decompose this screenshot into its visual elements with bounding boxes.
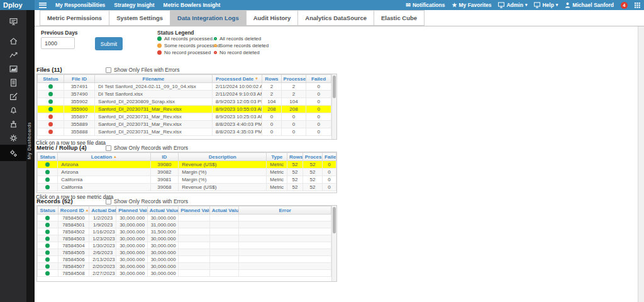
column-header-rows[interactable]: Rows <box>287 153 303 161</box>
tab-audit-history[interactable]: Audit History <box>246 10 298 26</box>
sidebar-item-area-chart[interactable] <box>0 62 26 76</box>
status-legend-col-2: All records deleted Some records deleted… <box>214 36 269 55</box>
table-row[interactable]: 355888Sanford_DI_20230731_Mar_Rev.xlsx8/… <box>38 128 331 136</box>
column-header-failed[interactable]: Failed <box>323 153 336 161</box>
column-header-error[interactable]: Error <box>239 206 331 215</box>
column-header-actual-value-2[interactable]: Actual Value 2 <box>209 206 239 215</box>
column-header-processed[interactable]: Processed <box>281 75 306 83</box>
column-header-planned-value-1[interactable]: Planned Value 1 <box>116 206 148 215</box>
status-green-filled-icon <box>157 36 162 41</box>
column-header-actual-value-1[interactable]: Actual Value 1 <box>147 206 179 215</box>
table-row[interactable]: 785845082/27/202330,000.00030,000.000 <box>38 270 331 277</box>
table-row[interactable]: 785845062/13/202330,000.00030,000.000 <box>38 256 331 263</box>
status-green-icon <box>45 257 50 262</box>
table-row[interactable]: 785845031/23/202330,000.00030,000.000 <box>38 235 331 242</box>
records-table: StatusRecord ID▲Actual DatePlanned Value… <box>36 205 337 282</box>
notifications-link[interactable]: ✉ Notifications <box>406 2 445 8</box>
column-header-filename[interactable]: Filename <box>95 75 213 83</box>
rail-label[interactable]: My Dashboards <box>26 122 35 159</box>
column-header-status[interactable]: Status <box>38 153 58 161</box>
previous-days-input[interactable] <box>41 37 75 49</box>
files-table: StatusFile IDFilenameProcessed Date▼Rows… <box>36 74 337 140</box>
show-only-files-with-errors-checkbox[interactable] <box>106 67 111 73</box>
column-header-description[interactable]: Description <box>179 153 267 161</box>
nav-my-responsibilities[interactable]: My Responsibilities <box>55 2 105 8</box>
sidebar-item-briefing[interactable] <box>0 117 26 131</box>
show-only-records-with-errors-checkbox[interactable] <box>106 145 111 151</box>
table-row[interactable]: 785845072/20/202330,000.00030,000.000 <box>38 263 331 270</box>
table-row[interactable]: 785845052/6/202330,000.00030,000.000 <box>38 249 331 256</box>
hamburger-menu-icon[interactable] <box>39 3 47 8</box>
scrollbar-thumb[interactable] <box>333 207 336 233</box>
sidebar-item-notifications[interactable] <box>0 103 26 117</box>
gear-icon <box>9 134 18 142</box>
column-header-file-id[interactable]: File ID <box>64 75 95 83</box>
records-table-scrollbar[interactable] <box>331 206 336 281</box>
column-header-rows[interactable]: Rows <box>262 75 281 83</box>
tab-system-settings[interactable]: System Settings <box>109 10 170 26</box>
table-row[interactable]: 357491DI Test Sanford_2024-02-11_09_10_0… <box>38 83 331 91</box>
table-row[interactable]: California39081Margin (%)Metric52520 <box>38 176 336 184</box>
table-row[interactable]: 355902Sanford_DI_20230809_Scrap.xlsx8/9/… <box>38 98 331 106</box>
sidebar-item-line-chart[interactable] <box>0 48 26 62</box>
sort-asc-icon: ▲ <box>85 208 89 212</box>
table-row[interactable]: Arizona39082Margin (%)Metric52520 <box>38 169 336 176</box>
sidebar-item-report[interactable] <box>0 76 26 89</box>
sidebar-item-home[interactable] <box>0 34 26 48</box>
table-row[interactable]: 357490DI Test Sanford.xlsx2/11/2024 9:10… <box>38 91 331 98</box>
scrollbar-thumb[interactable] <box>333 76 336 98</box>
bell-icon <box>9 106 18 115</box>
status-green-icon <box>45 264 50 269</box>
column-header-type[interactable]: Type <box>267 153 287 161</box>
column-header-processed[interactable]: Processed <box>303 153 322 161</box>
status-red-ring-icon <box>214 51 217 54</box>
column-header-failed[interactable]: Failed <box>306 75 331 83</box>
column-header-status[interactable]: Status <box>38 206 58 215</box>
notification-count-badge[interactable]: 4 <box>621 2 628 9</box>
dashboards-rail: My Dashboards <box>26 10 35 302</box>
table-row[interactable]: 355889Sanford_DI_20230731_Mar_Rev.xlsx8/… <box>38 121 331 128</box>
checkbox-label: Show Only Records with Errors <box>114 145 188 151</box>
column-header-record-id[interactable]: Record ID▲ <box>58 206 89 215</box>
sidebar-item-admin-tools[interactable] <box>0 145 26 161</box>
table-row[interactable]: California39068Revenue (US$)Metric52520 <box>38 184 336 191</box>
table-row[interactable]: 785845041/30/202330,000.00030,000.000 <box>38 242 331 249</box>
apps-grid-icon[interactable] <box>635 3 640 8</box>
nav-strategy-insight[interactable]: Strategy Insight <box>114 2 154 8</box>
status-legend-col-1: All records processed. Some records proc… <box>157 36 220 55</box>
page-scrollbar[interactable] <box>638 26 644 302</box>
status-orange-filled-icon <box>157 43 162 48</box>
table-row[interactable]: 355900Sanford_DI_20230731_Mar_Rev.xlsx8/… <box>38 106 331 113</box>
column-header-planned-value-2[interactable]: Planned Value 2 <box>179 206 210 215</box>
my-favorites-link[interactable]: ★ My Favorites <box>452 2 491 8</box>
sidebar-item-monitor[interactable] <box>0 14 26 28</box>
gears-icon <box>9 149 18 157</box>
tab-metric-permissions[interactable]: Metric Permissions <box>40 10 109 26</box>
column-header-location[interactable]: Location▲ <box>58 153 150 161</box>
files-table-scrollbar[interactable] <box>331 74 336 139</box>
status-green-icon <box>45 177 50 182</box>
table-row[interactable]: 785845011/9/202330,000.00031,000.000 <box>38 221 331 228</box>
column-header-actual-date[interactable]: Actual Date <box>89 206 116 215</box>
help-menu[interactable]: Help ▾ <box>534 2 558 8</box>
star-icon: ★ <box>452 3 457 8</box>
table-row[interactable]: 785845021/16/202330,000.00031,500.000 <box>38 228 331 235</box>
app-logo[interactable]: Dploy <box>0 0 35 10</box>
metrics-errors-filter: Show Only Records with Errors <box>106 145 188 151</box>
table-row[interactable]: 355897Sanford_DI_20230731_Mar_Rev.xlsx8/… <box>38 113 331 121</box>
show-only-records-with-errors-checkbox[interactable] <box>106 199 111 204</box>
sidebar-item-settings[interactable] <box>0 131 26 145</box>
user-menu[interactable]: Michael Sanford <box>565 2 614 8</box>
nav-metric-bowlers-insight[interactable]: Metric Bowlers Insight <box>164 2 221 8</box>
sidebar-item-edit[interactable] <box>0 89 26 103</box>
tab-data-integration-logs[interactable]: Data Integration Logs <box>170 10 246 26</box>
tab-elastic-cube[interactable]: Elastic Cube <box>374 10 425 26</box>
admin-menu[interactable]: Admin ▾ <box>498 2 527 8</box>
tab-analytics-datasource[interactable]: Analytics DataSource <box>297 10 374 26</box>
submit-button[interactable]: Submit <box>95 37 123 50</box>
table-row[interactable]: Arizona39080Revenue (US$)Metric52520 <box>38 161 336 169</box>
table-row[interactable]: 785845001/2/202330,000.00030,000.000 <box>38 215 331 221</box>
column-header-id[interactable]: ID <box>150 153 179 161</box>
column-header-status[interactable]: Status <box>38 75 64 83</box>
column-header-processed-date[interactable]: Processed Date▼ <box>212 75 262 83</box>
